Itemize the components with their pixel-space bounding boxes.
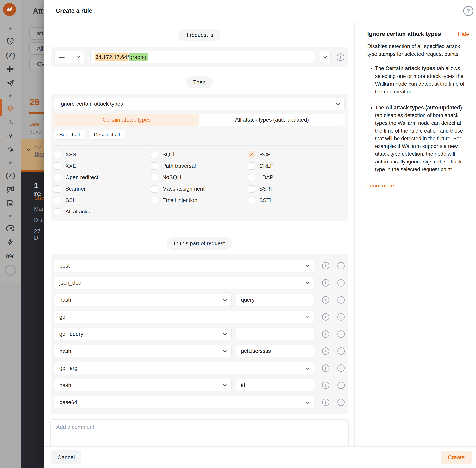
point-select[interactable]: json_doc	[54, 277, 314, 289]
attack-type-option[interactable]: SSRF	[248, 185, 345, 192]
wallarm-logo[interactable]	[3, 3, 16, 16]
method-select[interactable]: —	[55, 51, 84, 63]
point-select[interactable]: hash	[54, 345, 232, 357]
comment-textarea[interactable]	[50, 419, 349, 448]
attack-type-option[interactable]: Email injection	[151, 197, 248, 204]
deselect-all-button[interactable]: Deselect all	[88, 130, 125, 140]
remove-point-icon[interactable]: −	[337, 262, 345, 269]
attack-type-option[interactable]: XXE	[54, 162, 151, 170]
remove-point-icon[interactable]: −	[337, 313, 345, 321]
attack-type-option[interactable]: Path traversal	[151, 162, 248, 170]
nav-item-integrations[interactable]	[0, 235, 21, 249]
add-point-icon[interactable]: +	[322, 279, 329, 287]
add-point-icon[interactable]: +	[322, 262, 329, 269]
nav-item-attacks-active[interactable]	[0, 101, 21, 115]
checkbox-crlfi[interactable]	[248, 162, 255, 170]
uri-separator: /	[128, 54, 129, 60]
checkbox-path-traversal[interactable]	[151, 162, 158, 170]
info-icon[interactable]: i	[337, 53, 344, 61]
nav-item-attacks-sent[interactable]	[0, 76, 21, 90]
point-select[interactable]: base64	[54, 396, 314, 409]
select-all-button[interactable]: Select all	[54, 130, 86, 140]
attack-type-option[interactable]: All attacks	[54, 208, 151, 215]
attack-type-option[interactable]: CRLFi	[248, 162, 345, 170]
checkbox-nosqli[interactable]	[151, 174, 158, 181]
add-point-icon[interactable]: +	[322, 313, 329, 321]
add-point-icon[interactable]: +	[322, 381, 329, 389]
checkbox-ssti[interactable]	[248, 197, 255, 204]
nav-item-incidents[interactable]: ⚠	[0, 115, 21, 129]
point-value-input[interactable]	[236, 379, 314, 391]
checkbox-ssi[interactable]	[54, 197, 61, 204]
checkbox-open-redirect[interactable]	[54, 174, 61, 181]
point-select[interactable]: gql_arg	[54, 362, 314, 374]
remove-point-icon[interactable]: −	[337, 330, 345, 338]
add-point-icon[interactable]: +	[322, 399, 329, 406]
point-select[interactable]: gql_query	[54, 328, 232, 340]
point-value-input[interactable]	[236, 294, 314, 306]
remove-point-icon[interactable]: −	[337, 296, 345, 304]
chevron-down-icon[interactable]	[27, 147, 31, 151]
remove-point-icon[interactable]: −	[337, 399, 345, 406]
uri-expand-button[interactable]	[320, 51, 331, 63]
nav-item-scanner[interactable]	[0, 143, 21, 157]
create-button[interactable]: Create	[441, 451, 472, 464]
add-point-icon[interactable]: +	[322, 296, 329, 304]
checkbox-mass-assignment[interactable]	[151, 185, 158, 192]
point-select[interactable]: hash	[54, 294, 232, 306]
nav-item-triggers-off[interactable]	[0, 182, 21, 196]
then-pill: Then	[186, 76, 213, 88]
nav-item-vulnerabilities[interactable]: ☣	[0, 129, 21, 143]
help-icon[interactable]: ?	[463, 6, 473, 16]
tab-all-attack-types[interactable]: All attack types (auto-updated)	[200, 114, 345, 126]
sort-date-label[interactable]: Date	[29, 122, 40, 127]
attack-type-option[interactable]: LDAPi	[248, 174, 345, 181]
attack-type-option[interactable]: Mass assignment	[151, 185, 248, 192]
nav-item-docs[interactable]	[0, 196, 21, 210]
checkbox-xss[interactable]	[54, 151, 61, 158]
add-point-icon[interactable]: +	[322, 365, 329, 372]
remove-point-icon[interactable]: −	[337, 279, 345, 287]
nav-item-dashboard[interactable]	[0, 34, 21, 48]
attack-type-option[interactable]: NoSQLi	[151, 174, 248, 181]
uri-input[interactable]: 34.172.17.64/graphql	[90, 51, 314, 63]
attack-type-option[interactable]: SQLi	[151, 151, 248, 158]
tab-certain-attack-types[interactable]: Certain attack types	[54, 114, 200, 126]
remove-point-icon[interactable]: −	[337, 365, 345, 372]
rule-type-select[interactable]: Ignore certain attack types	[54, 98, 345, 110]
checkbox-sqli[interactable]	[151, 151, 158, 158]
nav-item-ip-lists[interactable]: IP	[0, 221, 21, 235]
hide-help-link[interactable]: Hide	[458, 31, 469, 37]
cancel-button[interactable]: Cancel	[51, 450, 81, 464]
selected-attack-row[interactable]: 27 D 2024	[21, 139, 44, 170]
attack-type-option[interactable]: Open redirect	[54, 174, 151, 181]
add-point-icon[interactable]: +	[322, 330, 329, 338]
checkbox-ldapi[interactable]	[248, 174, 255, 181]
add-point-icon[interactable]: +	[322, 347, 329, 355]
chevron-down-icon	[223, 349, 227, 352]
point-select[interactable]: gql	[54, 311, 314, 323]
learn-more-link[interactable]: Learn more	[367, 183, 394, 189]
details-link[interactable]: Stan	[34, 195, 46, 201]
attack-type-option[interactable]: SSI	[54, 197, 151, 204]
remove-point-icon[interactable]: −	[337, 347, 345, 355]
checkbox-ssrf[interactable]	[248, 185, 255, 192]
point-value-input[interactable]	[236, 328, 314, 340]
attack-type-option[interactable]: Scanner	[54, 185, 151, 192]
point-value-input[interactable]	[236, 345, 314, 357]
checkbox-email-injection[interactable]	[151, 197, 158, 204]
checkbox-xxe[interactable]	[54, 162, 61, 170]
point-select[interactable]: post	[54, 260, 314, 272]
point-select[interactable]: hash	[54, 379, 232, 391]
checkbox-all-attacks[interactable]	[54, 208, 61, 215]
remove-point-icon[interactable]: −	[337, 381, 345, 389]
checkbox-rce[interactable]: ✓	[248, 151, 255, 158]
nav-item-nodes[interactable]	[0, 62, 21, 76]
attack-type-option[interactable]: SSTi	[248, 197, 345, 204]
attack-type-option[interactable]: ✓ RCE	[248, 151, 345, 158]
attack-type-option[interactable]: XSS	[54, 151, 151, 158]
nav-item-api-discovery[interactable]: {✓}	[0, 48, 21, 62]
avatar[interactable]	[0, 263, 21, 277]
nav-item-rules[interactable]: {✓}	[0, 168, 21, 182]
checkbox-scanner[interactable]	[54, 185, 61, 192]
